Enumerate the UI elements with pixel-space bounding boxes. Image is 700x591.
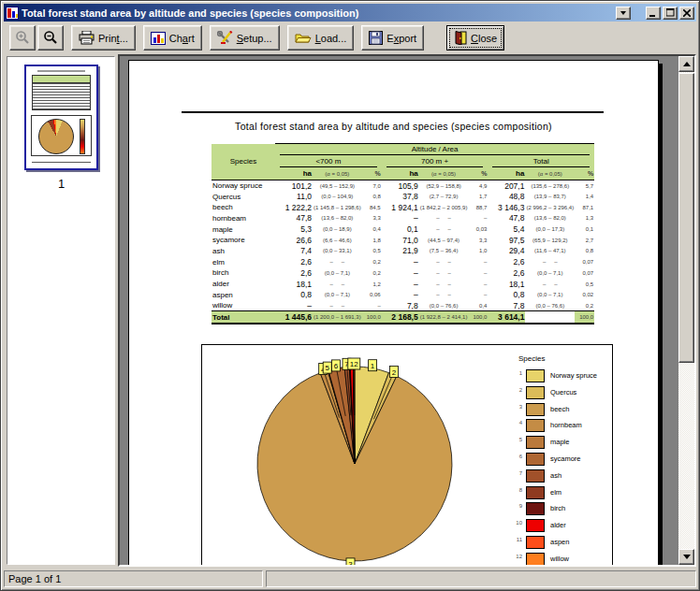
value-cell: 0,03 <box>468 223 488 235</box>
value-cell: 0,2 <box>362 256 382 267</box>
scroll-down-button[interactable] <box>678 549 694 565</box>
value-cell: (65,9 – 129,2) <box>525 235 575 246</box>
table-subheader: (α = 0,05) <box>419 168 469 180</box>
vertical-scrollbar[interactable] <box>678 56 694 565</box>
close-window-button[interactable] <box>679 7 694 20</box>
report-title: Total forest stand area by altitude and … <box>129 121 658 132</box>
legend-item-label: alder <box>550 521 566 529</box>
species-cell: birch <box>211 267 275 279</box>
legend-item-number: 4 <box>511 420 522 425</box>
legend-item-number: 9 <box>511 503 522 509</box>
value-cell: – <box>468 279 488 290</box>
thumbnail-page-number: 1 <box>24 177 98 191</box>
value-cell: 101,2 <box>275 180 313 192</box>
legend-swatch <box>526 519 545 532</box>
table-row: sycamore26,6(6,6 – 46,6)1,871,0(44,5 – 9… <box>211 235 594 246</box>
value-cell: (0,0 – 33,1) <box>313 246 362 257</box>
legend-swatch <box>526 536 545 549</box>
zoom-in-button[interactable] <box>9 25 36 50</box>
legend-item-label: birch <box>550 504 565 512</box>
total-value-cell: 1 445,6 <box>275 311 313 324</box>
value-cell: 1,3 <box>575 213 594 224</box>
value-cell: 5,7 <box>575 180 594 192</box>
species-cell: elm <box>211 256 275 267</box>
printer-icon <box>79 31 95 45</box>
value-cell: – – <box>419 256 469 267</box>
print-label: Print... <box>98 33 128 44</box>
zoom-out-button[interactable] <box>37 25 64 50</box>
print-button[interactable]: Print... <box>71 25 136 50</box>
slice-label-2: 2 <box>389 367 398 378</box>
species-cell: Norway spruce <box>211 180 275 192</box>
table-subheader: % <box>468 168 488 180</box>
legend-swatch <box>526 502 545 515</box>
value-cell: 11,0 <box>275 191 313 202</box>
value-cell: 1,2 <box>362 279 382 290</box>
thumbnail-chart <box>31 115 92 156</box>
legend-item: 3beech <box>511 402 612 419</box>
value-cell: – <box>382 289 419 300</box>
scroll-up-button[interactable] <box>678 56 694 72</box>
value-cell: (7,5 – 36,4) <box>419 246 469 257</box>
legend-item: 5maple <box>511 435 612 452</box>
legend-item: 1Norway spruce <box>511 368 612 385</box>
chart-icon <box>151 32 166 45</box>
value-cell: 105,9 <box>382 180 419 192</box>
total-value-cell: (1 922,8 – 2 414,1) <box>419 311 469 324</box>
value-cell: – – <box>525 256 575 267</box>
door-icon <box>454 31 467 45</box>
legend-swatch <box>526 469 545 483</box>
chart-button[interactable]: Chart <box>143 25 202 50</box>
value-cell: 3,3 <box>468 235 488 246</box>
species-cell: beech <box>211 202 275 213</box>
table-row: aspen0,8(0,0 – 7,1)0,06–– ––0,8(0,0 – 7,… <box>211 289 594 300</box>
legend-item-number: 2 <box>511 387 522 393</box>
slice-label-3: 3 <box>346 558 355 567</box>
maximize-button[interactable] <box>663 7 678 20</box>
setup-button[interactable]: Setup... <box>210 25 280 50</box>
species-cell: sycamore <box>211 235 275 246</box>
value-cell: (2,7 – 72,9) <box>419 191 469 202</box>
value-cell: – <box>468 267 488 279</box>
value-cell: 0,8 <box>362 191 382 202</box>
table-corner-header: Species <box>211 144 275 180</box>
value-cell: 3,3 <box>362 213 382 224</box>
value-cell: 0,07 <box>575 267 594 279</box>
minimize-button[interactable] <box>646 7 661 20</box>
scrollbar-thumb[interactable] <box>678 73 694 363</box>
legend-swatch <box>526 369 545 382</box>
thumbnail-legend <box>80 119 85 154</box>
total-value-cell: 3 614,1 <box>488 311 525 324</box>
zoom-out-icon <box>43 30 59 46</box>
export-button[interactable]: Export <box>361 25 424 50</box>
legend-item: 10alder <box>511 518 612 535</box>
page-thumbnail[interactable] <box>24 65 98 170</box>
value-cell: (0,0 – 76,6) <box>525 300 575 311</box>
zoom-in-icon <box>15 30 31 46</box>
total-value-cell: (1 200,0 – 1 691,3) <box>313 311 362 324</box>
value-cell: 0,8 <box>575 246 594 257</box>
titlebar-dropdown-button[interactable] <box>616 7 631 20</box>
table-subheader: % <box>362 168 382 180</box>
close-button[interactable]: Close <box>446 25 504 50</box>
species-cell: Quercus <box>211 191 275 202</box>
table-subheader: (α = 0,05) <box>525 168 575 180</box>
chart-box: 123456712 Species 1Norway spruce2Quercus… <box>201 344 613 567</box>
value-cell: 29,4 <box>488 246 525 257</box>
value-cell: – <box>468 213 488 224</box>
legend-item-label: maple <box>550 438 569 446</box>
total-value-cell: 2 168,5 <box>382 311 419 324</box>
table-subheader: ha <box>488 168 525 180</box>
table-row: maple5,3(0,0 – 18,9)0,40,1– –0,035,4(0,0… <box>211 223 594 235</box>
value-cell: 0,1 <box>382 223 419 235</box>
value-cell: (0,0 – 18,9) <box>313 223 362 235</box>
legend-item-label: elm <box>550 488 561 497</box>
load-button[interactable]: Load... <box>287 25 355 50</box>
value-cell: 0,8 <box>488 289 525 300</box>
toolbar: Print...ChartSetup...Load...ExportClose <box>4 22 696 53</box>
table-row: alder18,1– –1,2–– ––18,1– –0,5 <box>211 279 594 290</box>
legend-item: 4hornbeam <box>511 418 612 435</box>
report-table: SpeciesAltitude / Area<700 m700 m +Total… <box>211 143 594 324</box>
value-cell: (0,0 – 17,3) <box>525 223 575 235</box>
value-cell: 1 924,1 <box>382 202 419 213</box>
